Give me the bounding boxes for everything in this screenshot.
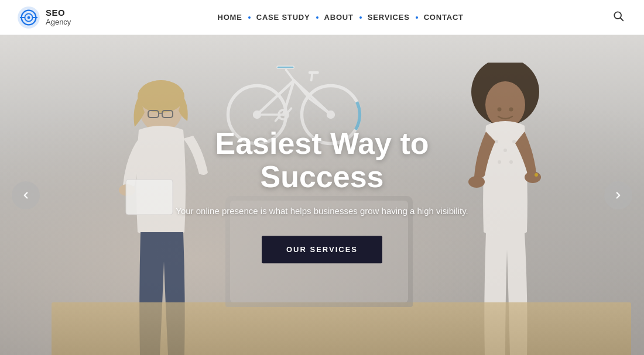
svg-point-45 [535,173,538,177]
svg-point-37 [509,108,513,112]
logo-text: SEO Agency [46,8,71,26]
cta-button[interactable]: OUR SERVICES [262,236,382,263]
nav-separator-3 [359,16,362,19]
svg-point-3 [28,16,30,19]
next-slide-button[interactable] [604,181,632,209]
nav-separator-2 [316,16,318,19]
main-nav: HOME CASE STUDY ABOUT SERVICES CONTACT [215,11,466,24]
nav-separator-4 [416,16,418,19]
svg-point-42 [509,160,513,164]
svg-point-28 [138,80,184,113]
logo-seo: SEO [46,8,71,18]
svg-point-43 [468,176,485,188]
nav-about[interactable]: ABOUT [322,11,356,24]
svg-point-41 [498,160,501,164]
chevron-right-icon [613,190,624,201]
svg-line-17 [294,81,310,99]
svg-line-7 [621,18,624,21]
hero-subtitle: Your online presence is what helps busin… [176,204,468,218]
nav-home[interactable]: HOME [215,11,245,24]
svg-point-44 [525,171,541,183]
nav-contact[interactable]: CONTACT [422,11,466,24]
svg-rect-33 [126,180,173,215]
hero-background: Easiest Way to Success Your online prese… [0,35,644,355]
svg-line-18 [310,99,331,115]
svg-point-36 [498,108,502,112]
logo-agency: Agency [46,18,71,26]
search-button[interactable] [610,8,626,27]
svg-point-39 [503,149,507,152]
nav-services[interactable]: SERVICES [365,11,412,24]
hero-section: Easiest Way to Success Your online prese… [0,35,644,355]
nav-separator-1 [248,16,251,19]
site-header: SEO Agency HOME CASE STUDY ABOUT SERVICE… [0,0,644,35]
chevron-left-icon [20,190,31,201]
svg-point-40 [512,140,516,143]
hero-content: Easiest Way to Success Your online prese… [176,127,468,263]
logo-icon [18,6,40,29]
hero-title: Easiest Way to Success [176,127,468,194]
logo[interactable]: SEO Agency [18,6,71,29]
svg-line-21 [286,70,294,81]
prev-slide-button[interactable] [12,181,40,209]
svg-line-20 [311,73,313,81]
nav-case-study[interactable]: CASE STUDY [254,11,313,24]
table [52,302,631,355]
